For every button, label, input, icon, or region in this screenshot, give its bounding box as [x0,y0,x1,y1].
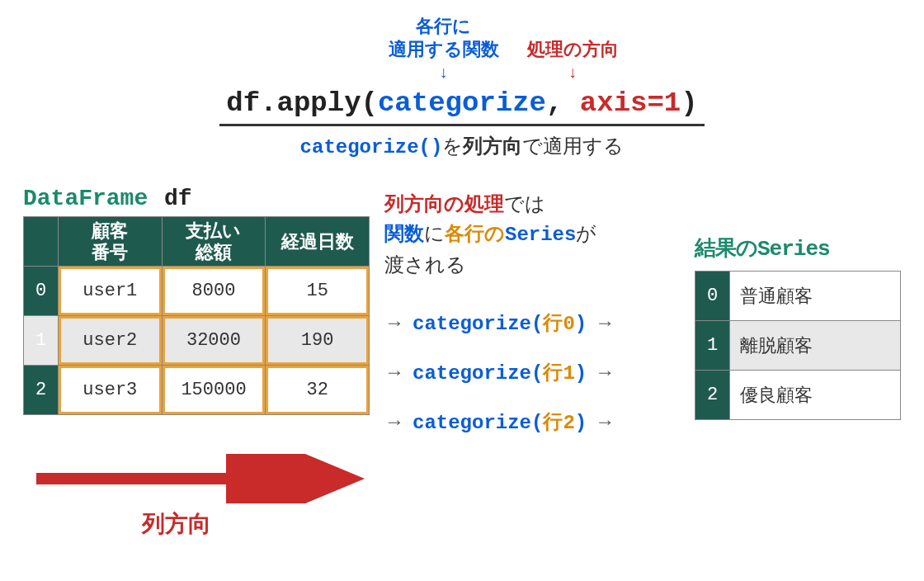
call-row-0: → categorize(行0) → [384,298,680,347]
res-idx-2: 2 [695,371,730,420]
code-fn: categorize [378,87,546,119]
code-prefix: df.apply( [226,87,378,119]
sub-t2: で適用する [522,135,624,157]
df-cell: user2 [59,316,163,366]
header-block: 各行に 適用する関数 ↓ 処理の方向 ↓ df.apply(categorize… [0,0,924,159]
code-axis: axis=1 [580,87,681,119]
res-title-a: 結果の [695,235,757,260]
df-title-type: DataFrame [23,186,148,211]
sub-em: 列方向 [463,135,522,157]
df-cell: 32000 [162,316,266,366]
call-row-2: → categorize(行2) → [384,397,680,446]
df-cell: 150000 [162,366,266,415]
sub-t1: を [442,135,463,157]
df-title-name: df [164,186,192,211]
result-block: 結果のSeries 0 普通顧客 1 離脱顧客 2 優良顧客 [695,184,901,420]
dataframe-title: DataFrame df [23,184,370,211]
annotation-function: 各行に 適用する関数 ↓ [389,15,499,83]
call-fn: categorize(行1) [412,359,587,385]
df-idx-2: 2 [24,366,59,415]
table-row: 2 優良顧客 [695,371,901,420]
df-idx-0: 0 [24,267,59,316]
df-corner [24,217,59,267]
table-row: 1 離脱顧客 [695,321,901,371]
right-arrow-icon: → [595,361,615,384]
res-idx-1: 1 [695,321,730,371]
annotation-func-line2: 適用する関数 [389,38,499,61]
right-arrow-icon: → [384,311,404,334]
res-val-2: 優良顧客 [730,371,901,420]
mid-description: 列方向の処理では 関数に各行のSeriesが 渡される [384,189,680,280]
mid-l2b: に [424,222,445,244]
annotation-func-line1: 各行に [416,15,471,38]
df-cell: user1 [59,267,163,316]
res-val-1: 離脱顧客 [730,321,901,371]
df-cell: 8000 [162,267,266,316]
res-val-0: 普通顧客 [730,272,901,321]
down-arrow-icon: ↓ [440,62,448,83]
right-arrow-icon: → [595,410,615,433]
call-fn: categorize(行0) [412,309,587,336]
right-arrow-icon: → [384,361,404,384]
table-row: 1 user2 32000 190 [24,316,370,366]
mid-l2c: 各行の [445,222,505,244]
res-idx-0: 0 [695,272,730,321]
df-cell: 15 [266,267,370,316]
df-idx-1: 1 [24,316,59,366]
right-arrow-icon: → [384,410,404,433]
down-arrow-icon: ↓ [568,62,577,83]
dataframe-table: 顧客 番号 支払い 総額 経過日数 0 user1 8000 15 1 user… [23,216,370,415]
mid-l2d: Series [505,224,576,246]
annotation-dir-label: 処理の方向 [527,38,619,61]
result-title: 結果のSeries [695,234,901,262]
table-row: 0 user1 8000 15 [24,267,370,316]
code-suffix: ) [681,87,697,119]
middle-block: 列方向の処理では 関数に各行のSeriesが 渡される → categorize… [384,184,680,446]
code-comma: , [546,87,580,119]
sub-fn: categorize() [300,136,443,158]
df-col-2: 経過日数 [266,217,370,267]
result-table: 0 普通顧客 1 離脱顧客 2 優良顧客 [695,271,901,420]
df-cell: 32 [266,366,370,415]
df-col-0: 顧客 番号 [59,217,163,267]
mid-l1b: では [504,192,545,215]
main-row: DataFrame df 顧客 番号 支払い 総額 経過日数 0 user1 8… [0,159,924,446]
dataframe-block: DataFrame df 顧客 番号 支払い 総額 経過日数 0 user1 8… [23,184,370,415]
right-arrow-icon: → [595,311,615,334]
res-title-b: Series [757,237,830,262]
call-fn: categorize(行2) [412,409,587,435]
annotation-row: 各行に 適用する関数 ↓ 処理の方向 ↓ [0,15,924,83]
call-row-1: → categorize(行1) → [384,347,680,397]
mid-l2a: 関数 [384,222,424,244]
df-cell: 190 [266,316,370,366]
mid-l2e: が [576,222,596,244]
annotation-direction: 処理の方向 ↓ [527,15,619,83]
table-row: 2 user3 150000 32 [24,366,370,415]
direction-label: 列方向 [142,508,211,540]
direction-arrow-icon [36,454,366,503]
df-cell: user3 [59,366,163,415]
code-expression: df.apply(categorize, axis=1) [219,87,704,126]
table-row: 0 普通顧客 [695,272,901,321]
code-subtitle: categorize()を列方向で適用する [0,133,924,159]
mid-l3: 渡される [384,253,466,276]
mid-l1a: 列方向の処理 [384,192,504,215]
df-col-1: 支払い 総額 [162,217,266,267]
